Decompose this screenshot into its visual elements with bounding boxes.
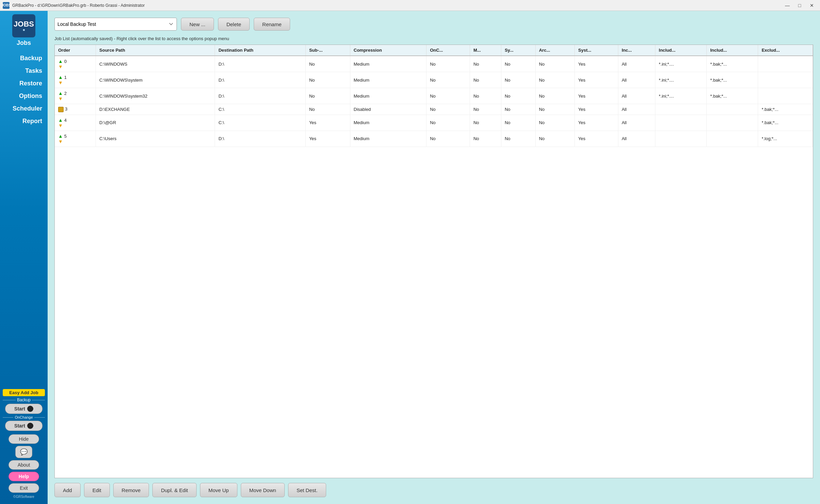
start-backup-dot — [27, 406, 33, 412]
row-syst: Yes — [575, 131, 618, 147]
row-exclud: *.log;*... — [758, 131, 813, 147]
row-syst: Yes — [575, 115, 618, 131]
start-onchange-button[interactable]: Start — [5, 421, 43, 431]
row-sy: No — [501, 56, 535, 72]
table-row[interactable]: ▲ ▼ 5C:\UsersD:\YesMediumNoNoNoNoYesAll*… — [55, 131, 813, 147]
col-includ2: Includ... — [707, 45, 758, 56]
set-dest-button[interactable]: Set Dest. — [288, 483, 326, 497]
onchange-section-label: OnChange — [3, 415, 45, 419]
row-m: No — [470, 131, 501, 147]
col-compression: Compression — [350, 45, 426, 56]
job-list-table: Order Source Path Destination Path Sub-.… — [55, 45, 813, 147]
row-includ1: *.ini;*.... — [655, 72, 707, 88]
chat-button[interactable]: 💬 — [15, 446, 32, 458]
table-row[interactable]: ▲ ▼ 4D:\@GRC:\YesMediumNoNoNoNoYesAll*.b… — [55, 115, 813, 131]
minimize-button[interactable]: — — [782, 1, 793, 10]
help-button[interactable]: Help — [9, 472, 39, 481]
col-m: M... — [470, 45, 501, 56]
sidebar-item-backup[interactable]: Backup — [0, 52, 48, 65]
row-exclud: *.bak;*... — [758, 115, 813, 131]
row-sub: No — [305, 72, 350, 88]
row-exclud — [758, 88, 813, 104]
row-order: ▲ ▼ 4 — [55, 115, 96, 131]
onchange-line-left — [3, 417, 13, 418]
row-arc: No — [535, 131, 574, 147]
move-down-button[interactable]: Move Down — [241, 483, 285, 497]
job-selector[interactable]: Local Backup TestRemote BackupFull Syste… — [54, 18, 177, 31]
row-includ1: *.ini;*.... — [655, 56, 707, 72]
remove-button[interactable]: Remove — [113, 483, 149, 497]
delete-button[interactable]: Delete — [218, 18, 250, 31]
row-m: No — [470, 72, 501, 88]
row-includ1: *.ini;*.... — [655, 88, 707, 104]
row-dest: D:\ — [215, 88, 305, 104]
row-syst: Yes — [575, 72, 618, 88]
row-compression: Medium — [350, 115, 426, 131]
move-up-button[interactable]: Move Up — [200, 483, 237, 497]
add-button[interactable]: Add — [54, 483, 81, 497]
row-arc: No — [535, 56, 574, 72]
right-panel: Local Backup TestRemote BackupFull Syste… — [48, 11, 820, 504]
row-syst: Yes — [575, 104, 618, 115]
titlebar-title: GRBackPro - d:\GRDown\GRBakPro.grb - Rob… — [12, 3, 782, 8]
row-dest: D:\ — [215, 131, 305, 147]
table-header-row: Order Source Path Destination Path Sub-.… — [55, 45, 813, 56]
row-includ1 — [655, 104, 707, 115]
exit-button[interactable]: Exit — [9, 483, 39, 493]
col-syst: Syst... — [575, 45, 618, 56]
table-row[interactable]: ▲ ▼ 0C:\WINDOWSD:\NoMediumNoNoNoNoYesAll… — [55, 56, 813, 72]
top-toolbar: Local Backup TestRemote BackupFull Syste… — [54, 18, 813, 31]
close-button[interactable]: ✕ — [806, 1, 817, 10]
sidebar-logo: JOBS ■ — [12, 14, 35, 37]
hide-button[interactable]: Hide — [9, 434, 39, 444]
col-includ1: Includ... — [655, 45, 707, 56]
row-exclud — [758, 56, 813, 72]
row-sub: No — [305, 104, 350, 115]
rename-button[interactable]: Rename — [254, 18, 290, 31]
row-sub: Yes — [305, 131, 350, 147]
main-content: JOBS ■ Jobs Backup Tasks Restore Options… — [0, 11, 820, 504]
row-sy: No — [501, 72, 535, 88]
dupl-edit-button[interactable]: Dupl. & Edit — [152, 483, 196, 497]
row-onc: No — [426, 104, 470, 115]
row-inc: All — [618, 56, 655, 72]
row-includ2: *.bak;*... — [707, 56, 758, 72]
row-onc: No — [426, 131, 470, 147]
row-includ2 — [707, 131, 758, 147]
sidebar-item-tasks[interactable]: Tasks — [0, 65, 48, 77]
sidebar-item-scheduler[interactable]: Scheduler — [0, 102, 48, 115]
table-row[interactable]: ▲ ▼ 2C:\WINDOWS\system32D:\NoMediumNoNoN… — [55, 88, 813, 104]
table-row[interactable]: ▲ ▼ 1C:\WINDOWS\systemD:\NoMediumNoNoNoN… — [55, 72, 813, 88]
onchange-line-right — [34, 417, 45, 418]
bottom-action-bar: Add Edit Remove Dupl. & Edit Move Up Mov… — [54, 483, 813, 497]
sidebar-item-report[interactable]: Report — [0, 115, 48, 128]
edit-button[interactable]: Edit — [84, 483, 110, 497]
about-button[interactable]: About — [9, 460, 39, 470]
row-inc: All — [618, 88, 655, 104]
maximize-button[interactable]: □ — [794, 1, 805, 10]
row-compression: Medium — [350, 72, 426, 88]
row-compression: Medium — [350, 131, 426, 147]
new-button[interactable]: New ... — [181, 18, 214, 31]
col-onc: OnC... — [426, 45, 470, 56]
table-row[interactable]: 3D:\EXCHANGEC:\NoDisabledNoNoNoNoYesAll*… — [55, 104, 813, 115]
row-sub: No — [305, 88, 350, 104]
row-inc: All — [618, 131, 655, 147]
row-inc: All — [618, 104, 655, 115]
start-backup-button[interactable]: Start — [5, 404, 43, 414]
job-list-table-container[interactable]: Order Source Path Destination Path Sub-.… — [54, 45, 813, 478]
row-dest: D:\ — [215, 72, 305, 88]
onchange-text: OnChange — [15, 415, 33, 419]
col-inc: Inc... — [618, 45, 655, 56]
row-source: D:\@GR — [96, 115, 215, 131]
row-syst: Yes — [575, 56, 618, 72]
row-includ2: *.bak;*... — [707, 88, 758, 104]
backup-text: Backup — [17, 398, 31, 402]
row-syst: Yes — [575, 88, 618, 104]
sidebar-item-restore[interactable]: Restore — [0, 77, 48, 90]
window-controls: — □ ✕ — [782, 1, 817, 10]
row-arc: No — [535, 88, 574, 104]
sidebar-item-options[interactable]: Options — [0, 90, 48, 102]
row-arc: No — [535, 104, 574, 115]
row-arc: No — [535, 72, 574, 88]
